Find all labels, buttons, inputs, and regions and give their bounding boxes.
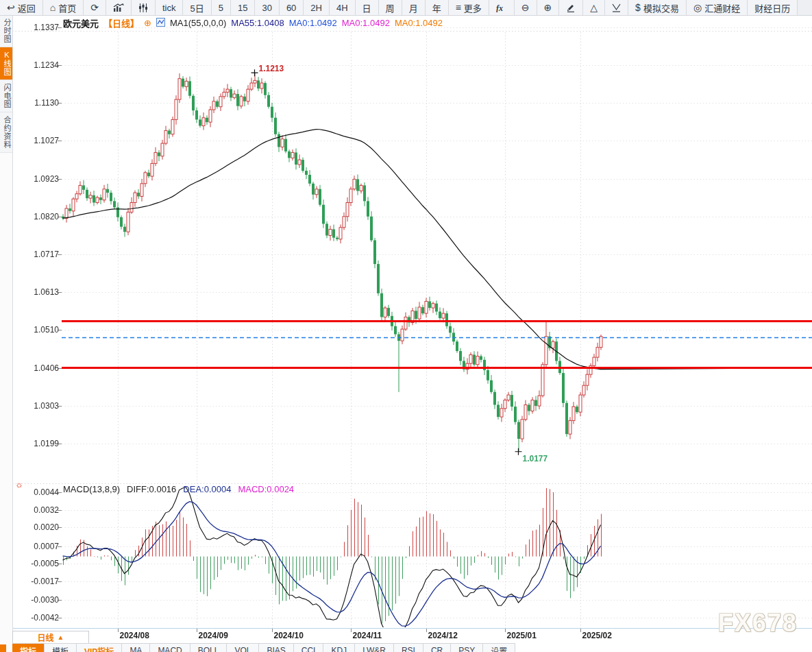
macd-macd-value: MACD:0.0024 xyxy=(238,484,294,494)
huitong-button-label: 汇通财经 xyxy=(704,1,740,14)
home-button[interactable]: ⌂首页 xyxy=(43,0,84,15)
y-axis-label: 1.0199 xyxy=(19,439,59,448)
period-day-button[interactable]: 日 xyxy=(356,0,379,15)
tab-vol[interactable]: VOL xyxy=(227,644,259,652)
top-toolbar: ↩返回⌂首页⟳tick5日51530602H4H日周月年≡更多fx⊖⊕△$模拟交… xyxy=(0,0,812,16)
period-year-button[interactable]: 年 xyxy=(426,0,449,15)
tab-vip-indicator[interactable]: VIP指标 xyxy=(77,644,122,652)
y-axis-label: -0.0042 xyxy=(19,613,59,623)
period-tag: 【日线】 xyxy=(103,16,139,29)
x-axis-label: 2024/11 xyxy=(353,631,382,640)
tab-cci[interactable]: CCI xyxy=(294,644,324,652)
refresh-icon: ⟳ xyxy=(90,3,99,12)
sidebar-item-contract[interactable]: 合约资料 xyxy=(0,112,12,153)
period-2h-button[interactable]: 2H xyxy=(304,0,330,15)
price-macd-chart[interactable] xyxy=(0,0,812,652)
period-4h-button-label: 4H xyxy=(336,3,348,13)
target-icon: ◎ xyxy=(693,3,702,12)
chart-type-sidebar: 分时图K线图闪电图合约资料 xyxy=(0,15,13,652)
period-2h-button-label: 2H xyxy=(310,3,322,13)
period-month-button[interactable]: 月 xyxy=(402,0,426,15)
formula-button[interactable]: fx xyxy=(489,0,515,15)
y-axis-label: -0.0017 xyxy=(19,577,59,586)
back-button-label: 返回 xyxy=(18,1,36,14)
tab-cr[interactable]: CR xyxy=(423,644,451,652)
tab-rsi[interactable]: RSI xyxy=(394,644,423,652)
x-axis-label: 2025/02 xyxy=(582,631,612,640)
fx-icon: fx xyxy=(496,3,507,12)
candle-chart-icon xyxy=(138,3,148,12)
huitong-button[interactable]: ◎汇通财经 xyxy=(687,0,748,15)
triangle-up-icon: ▲ xyxy=(58,633,64,641)
y-axis-label: 1.0613 xyxy=(19,287,59,297)
zoom-out-icon: ⊖ xyxy=(521,3,530,12)
macd-diff-value: DIFF:0.0016 xyxy=(127,484,176,494)
y-axis-label: -0.0005 xyxy=(19,559,59,568)
y-axis-label: -0.0030 xyxy=(19,595,59,605)
channel-tool-button[interactable] xyxy=(605,0,628,15)
period-tick-button-label: tick xyxy=(162,3,176,13)
period-selector-label: 日线 xyxy=(38,631,54,643)
period-15-button[interactable]: 15 xyxy=(231,0,255,15)
calendar-button-label: 财经日历 xyxy=(754,1,790,14)
x-axis-label: 2024/10 xyxy=(274,631,304,640)
triangle-tool-button[interactable]: △ xyxy=(583,0,605,15)
period-60-button[interactable]: 60 xyxy=(280,0,304,15)
y-axis-label: 1.0510 xyxy=(19,325,59,335)
watermark-logo: FX678 xyxy=(718,609,798,638)
period-5d-button[interactable]: 5日 xyxy=(183,0,211,15)
calendar-button[interactable]: 财经日历 xyxy=(748,0,798,15)
symbol-name: 欧元美元 xyxy=(63,16,99,29)
y-axis-label: 1.1130 xyxy=(19,98,59,108)
period-month-button-label: 月 xyxy=(409,1,418,14)
y-axis-label: 1.0303 xyxy=(19,401,59,411)
ma-settings-label: MA1(55,0,0,0) xyxy=(170,18,226,28)
ma-chart-icon xyxy=(156,18,165,29)
zoom-out-button[interactable]: ⊖ xyxy=(515,0,537,15)
period-30-button[interactable]: 30 xyxy=(255,0,279,15)
y-axis-label: 0.0020 xyxy=(19,522,59,532)
refresh-button[interactable]: ⟳ xyxy=(84,0,106,15)
menu-icon: ≡ xyxy=(456,3,461,12)
tab-lwr[interactable]: LW&R xyxy=(355,644,394,652)
tab-template[interactable]: 模板 xyxy=(45,644,77,652)
tab-indicator[interactable]: 指标 xyxy=(12,644,45,652)
tab-ma[interactable]: MA xyxy=(122,644,150,652)
sidebar-item-kline[interactable]: K线图 xyxy=(0,47,12,80)
sidebar-item-timeshare[interactable]: 分时图 xyxy=(0,15,12,47)
period-selector-button[interactable]: 日线 ▲ xyxy=(12,631,89,644)
period-year-button-label: 年 xyxy=(432,1,441,14)
dollar-icon: $ xyxy=(635,3,641,12)
line-chart-button[interactable] xyxy=(106,0,132,15)
indicator-settings-icon[interactable]: ☼ xyxy=(15,479,23,490)
tab-bias[interactable]: BIAS xyxy=(259,644,293,652)
draw-button[interactable] xyxy=(559,0,583,15)
period-5-button[interactable]: 5 xyxy=(212,0,231,15)
period-week-button[interactable]: 周 xyxy=(379,0,402,15)
macd-header: MACD(13,8,9) DIFF:0.0016 DEA:0.0004 MACD… xyxy=(63,484,294,494)
tab-psy[interactable]: PSY xyxy=(451,644,483,652)
ma55-value: MA55:1.0408 xyxy=(231,18,284,28)
candle-chart-button[interactable] xyxy=(132,0,156,15)
sim-trade-button[interactable]: $模拟交易 xyxy=(628,0,687,15)
home-icon: ⌂ xyxy=(50,3,56,12)
period-tick-button[interactable]: tick xyxy=(156,0,184,15)
y-axis-label: 1.0923 xyxy=(19,174,59,184)
period-5d-button-label: 5日 xyxy=(190,1,204,14)
back-button[interactable]: ↩返回 xyxy=(0,0,43,15)
x-axis-label: 2024/08 xyxy=(120,631,149,640)
tab-boll[interactable]: BOLL xyxy=(190,644,227,652)
add-indicator-icon[interactable]: ⊕ xyxy=(144,18,151,28)
more-button[interactable]: ≡更多 xyxy=(449,0,489,15)
macd-params-label: MACD(13,8,9) xyxy=(63,484,120,494)
vee-underline-icon xyxy=(612,3,621,12)
zoom-in-button[interactable]: ⊕ xyxy=(537,0,560,15)
macd-dea-value: DEA:0.0004 xyxy=(183,484,231,494)
period-4h-button[interactable]: 4H xyxy=(330,0,356,15)
y-axis-label: 1.1337 xyxy=(19,23,59,32)
period-5-button-label: 5 xyxy=(219,3,223,13)
tab-macd[interactable]: MACD xyxy=(150,644,190,652)
sidebar-item-lightning[interactable]: 闪电图 xyxy=(0,80,12,112)
tab-settings[interactable]: 设置 xyxy=(483,644,515,652)
tab-kdj[interactable]: KDJ xyxy=(323,644,355,652)
